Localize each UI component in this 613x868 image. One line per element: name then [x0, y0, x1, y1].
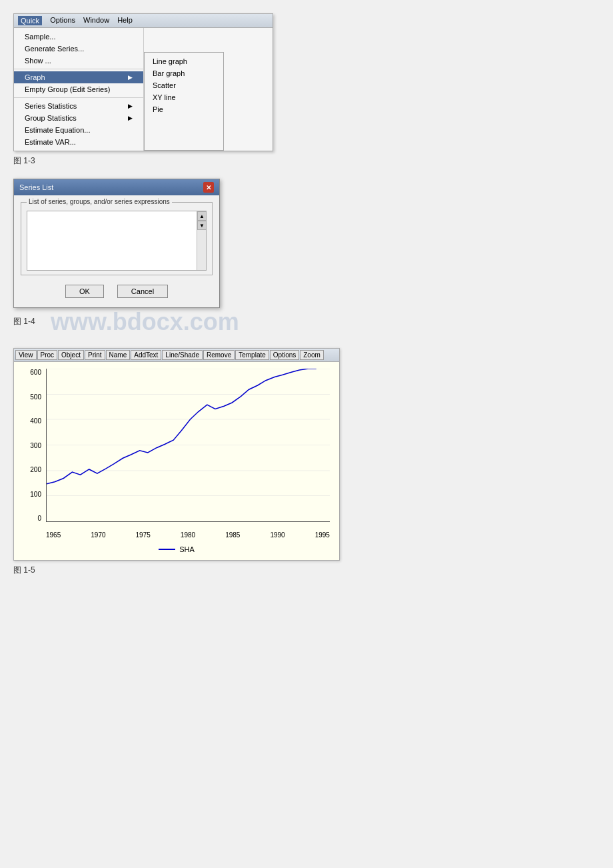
toolbar-lineshade[interactable]: Line/Shade: [162, 350, 203, 360]
menu-help[interactable]: Help: [117, 16, 133, 25]
toolbar-addtext[interactable]: AddText: [131, 350, 161, 360]
toolbar-options[interactable]: Options: [270, 350, 299, 360]
sha-line: [47, 369, 316, 484]
figure-5-container: View Proc Object Print Name AddText Line…: [13, 348, 600, 576]
series-list-dialog: Series List ✕ List of series, groups, an…: [13, 179, 220, 308]
x-axis-labels: 1965 1970 1975 1980 1985 1990 1995: [46, 531, 330, 539]
menu-item-graph[interactable]: Graph ▶: [14, 71, 143, 83]
dialog-buttons: OK Cancel: [21, 282, 213, 301]
scrollbar-down-arrow[interactable]: ▼: [197, 221, 207, 230]
submenu-xy-line[interactable]: XY line: [145, 91, 223, 103]
submenu-line-graph[interactable]: Line graph: [145, 55, 223, 67]
menu-quick[interactable]: Quick: [18, 16, 42, 25]
figure-3-label: 图 1-3: [13, 155, 600, 167]
menu-item-estimate-eq[interactable]: Estimate Equation...: [14, 124, 143, 136]
submenu-scatter[interactable]: Scatter: [145, 79, 223, 91]
submenu-pie[interactable]: Pie: [145, 103, 223, 115]
dialog-titlebar: Series List ✕: [14, 179, 219, 195]
menu-separator-1: [14, 69, 143, 69]
scrollbar-up-arrow[interactable]: ▲: [197, 211, 207, 221]
legend-line-symbol: [159, 549, 175, 550]
legend-label: SHA: [179, 545, 195, 553]
y-label-200: 200: [30, 466, 41, 473]
group-box-legend: List of series, groups, and/or series ex…: [27, 198, 172, 205]
chart-svg: [47, 369, 330, 521]
figure-4-label: 图 1-4: [13, 317, 35, 326]
y-axis-labels: 600 500 400 300 200 100 0: [21, 369, 44, 522]
page-content: Quick Options Window Help Sample... Gene…: [13, 13, 600, 576]
y-label-400: 400: [30, 417, 41, 425]
dialog-title: Series List: [19, 183, 53, 191]
figure-5-label: 图 1-5: [13, 565, 600, 576]
menu-options[interactable]: Options: [50, 16, 75, 25]
x-label-1970: 1970: [91, 531, 105, 539]
chart-container: 600 500 400 300 200 100 0: [21, 369, 332, 542]
cancel-button[interactable]: Cancel: [117, 285, 168, 298]
menu-item-generate-series[interactable]: Generate Series...: [14, 43, 143, 55]
menu-item-empty-group[interactable]: Empty Group (Edit Series): [14, 83, 143, 95]
y-label-500: 500: [30, 393, 41, 401]
watermark: www.bdocx.com: [51, 308, 239, 335]
toolbar-view[interactable]: View: [15, 350, 37, 360]
menu-separator-2: [14, 97, 143, 98]
ok-button[interactable]: OK: [65, 285, 104, 298]
y-label-100: 100: [30, 491, 41, 498]
toolbar-zoom[interactable]: Zoom: [300, 350, 324, 360]
series-stats-arrow: ▶: [128, 103, 133, 109]
series-input-area: ▲ ▼: [27, 211, 207, 271]
x-label-1990: 1990: [270, 531, 285, 539]
menubar: Quick Options Window Help: [14, 14, 273, 28]
toolbar-name[interactable]: Name: [106, 350, 131, 360]
group-stats-arrow: ▶: [128, 115, 133, 121]
toolbar-print[interactable]: Print: [85, 350, 105, 360]
toolbar-object[interactable]: Object: [58, 350, 84, 360]
menu-item-group-stats[interactable]: Group Statistics ▶: [14, 112, 143, 124]
x-label-1965: 1965: [46, 531, 61, 539]
toolbar-proc[interactable]: Proc: [37, 350, 58, 360]
menu-item-series-stats[interactable]: Series Statistics ▶: [14, 100, 143, 112]
menu-item-show[interactable]: Show ...: [14, 55, 143, 67]
x-label-1985: 1985: [225, 531, 240, 539]
series-group-box: List of series, groups, and/or series ex…: [21, 202, 213, 275]
y-label-600: 600: [30, 369, 41, 376]
graph-submenu: Line graph Bar graph Scatter XY line Pie: [144, 52, 224, 151]
y-label-300: 300: [30, 442, 41, 449]
scrollbar-track: ▲ ▼: [197, 211, 206, 270]
menu-item-estimate-var[interactable]: Estimate VAR...: [14, 136, 143, 148]
toolbar-template[interactable]: Template: [235, 350, 269, 360]
menu-screenshot: Quick Options Window Help Sample... Gene…: [13, 13, 273, 151]
menu-left-panel: Sample... Generate Series... Show ... Gr…: [14, 28, 144, 151]
figure-4-container: Series List ✕ List of series, groups, an…: [13, 179, 600, 336]
x-label-1980: 1980: [181, 531, 195, 539]
menu-item-sample[interactable]: Sample...: [14, 31, 143, 43]
graph-area: 600 500 400 300 200 100 0: [14, 362, 339, 560]
graph-submenu-arrow: ▶: [128, 74, 133, 81]
toolbar-remove[interactable]: Remove: [203, 350, 235, 360]
x-label-1975: 1975: [136, 531, 151, 539]
dialog-body: List of series, groups, and/or series ex…: [14, 195, 219, 307]
y-label-0: 0: [37, 515, 41, 522]
graph-toolbar: View Proc Object Print Name AddText Line…: [14, 349, 339, 362]
dialog-close-button[interactable]: ✕: [203, 182, 214, 193]
menu-body: Sample... Generate Series... Show ... Gr…: [14, 28, 273, 151]
x-label-1995: 1995: [315, 531, 330, 539]
chart-inner: [46, 369, 330, 522]
figure-3-container: Quick Options Window Help Sample... Gene…: [13, 13, 600, 167]
graph-screenshot: View Proc Object Print Name AddText Line…: [13, 348, 340, 561]
chart-legend: SHA: [21, 542, 332, 557]
submenu-bar-graph[interactable]: Bar graph: [145, 67, 223, 79]
menu-window[interactable]: Window: [83, 16, 109, 25]
